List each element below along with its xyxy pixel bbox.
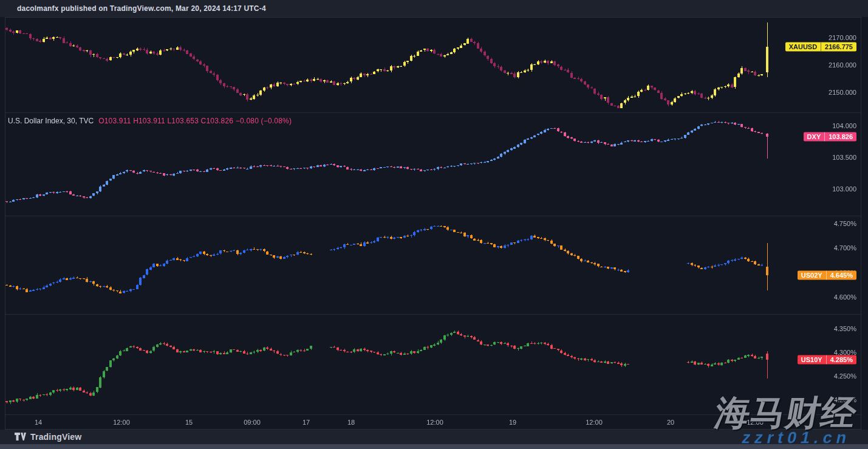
tradingview-link[interactable]: TradingView xyxy=(15,432,81,442)
price-axis-label-us10y: 4.250% xyxy=(834,372,856,380)
price-axis-label-xauusd: 2160.000 xyxy=(829,61,856,69)
time-axis-label: 12:00 xyxy=(113,419,130,426)
price-axis-label-us10y: 4.350% xyxy=(834,325,856,332)
legend-ohlc-values: O103.911 H103.911 L103.653 C103.826 −0.0… xyxy=(98,117,292,125)
symbol-badge-us02y: US02Y4.645% xyxy=(798,270,856,279)
tradingview-logo-icon xyxy=(15,433,26,441)
time-axis-label: 19 xyxy=(509,419,516,426)
time-axis-label: 20 xyxy=(667,419,674,426)
badge-last-price: 4.285% xyxy=(826,355,856,364)
badge-symbol-label: XAUUSD xyxy=(785,42,821,51)
time-axis-label: 12:00 xyxy=(426,419,443,426)
time-axis-label: 18 xyxy=(347,419,355,426)
badge-last-price: 2166.775 xyxy=(821,42,856,51)
time-axis-label: 09:00 xyxy=(244,419,261,426)
price-axis-label-xauusd: 2150.000 xyxy=(829,89,856,96)
badge-symbol-label: US10Y xyxy=(798,355,826,364)
pane-separator xyxy=(5,112,861,113)
price-axis-label-dxy: 103.500 xyxy=(832,154,856,161)
symbol-badge-us10y: US10Y4.285% xyxy=(798,355,856,364)
price-axis-label-us02y: 4.600% xyxy=(834,293,856,301)
price-axis-label-us02y: 4.750% xyxy=(834,220,856,227)
legend-symbol-title: U.S. Dollar Index, 30, TVC xyxy=(8,117,94,125)
time-axis-label: 12:00 xyxy=(586,419,603,426)
time-axis-label: 15 xyxy=(185,419,193,426)
badge-symbol-label: US02Y xyxy=(798,270,826,279)
price-axis-label-dxy: 103.000 xyxy=(832,185,856,193)
dxy-legend: U.S. Dollar Index, 30, TVCO103.911 H103.… xyxy=(8,117,292,125)
pane-separator xyxy=(5,216,861,216)
bottom-strip xyxy=(0,444,868,449)
price-axis-label-xauusd: 2170.000 xyxy=(829,34,856,41)
badge-last-price: 103.826 xyxy=(824,132,856,142)
badge-last-price: 4.645% xyxy=(826,270,856,279)
time-axis-label: 14 xyxy=(35,419,42,426)
time-axis-label: 17 xyxy=(302,419,310,426)
badge-symbol-label: DXY xyxy=(804,132,825,142)
watermark-url-text: zzrt01.cn xyxy=(740,428,853,447)
tradingview-published-chart: dacolmanfx published on TradingView.com,… xyxy=(0,0,868,449)
symbol-badge-xauusd: XAUUSD2166.775 xyxy=(785,42,856,51)
symbol-badge-dxy: DXY103.826 xyxy=(804,132,856,142)
pane-separator xyxy=(5,314,861,315)
price-axis-label-dxy: 104.000 xyxy=(832,122,856,129)
candlestick-canvas xyxy=(0,0,868,449)
brand-name: TradingView xyxy=(30,432,81,442)
price-axis-label-us02y: 4.700% xyxy=(834,244,856,252)
